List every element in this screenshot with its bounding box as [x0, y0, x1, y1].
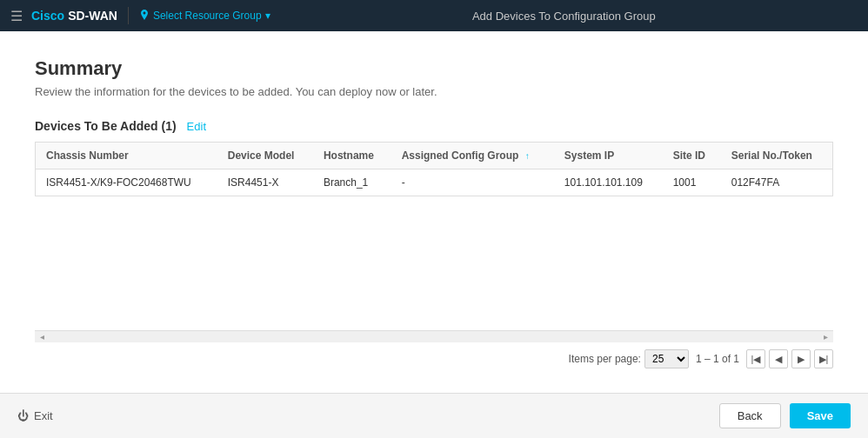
pagination-controls: |◀ ◀ ▶ ▶|: [746, 349, 833, 368]
top-nav: ☰ Cisco SD-WAN Select Resource Group ▾ A…: [0, 0, 868, 31]
section-title: Devices To Be Added (1): [35, 119, 177, 133]
save-button[interactable]: Save: [790, 403, 851, 428]
cell-serial_no_token: 012F47FA: [721, 169, 832, 196]
table-row: ISR4451-X/K9-FOC20468TWUISR4451-XBranch_…: [36, 169, 832, 196]
page-subtitle: Review the information for the devices t…: [35, 85, 833, 98]
next-page-button[interactable]: ▶: [791, 349, 811, 368]
brand-cisco: Cisco: [31, 9, 64, 23]
cell-chassis_number: ISR4451-X/K9-FOC20468TWU: [36, 169, 217, 196]
hamburger-icon[interactable]: ☰: [10, 8, 23, 24]
main-content: Summary Review the information for the d…: [0, 31, 868, 393]
back-button[interactable]: Back: [719, 403, 781, 428]
location-icon: [139, 10, 150, 22]
last-page-button[interactable]: ▶|: [814, 349, 833, 368]
cell-assigned_config_group: -: [391, 169, 554, 196]
brand-sdwan: SD-WAN: [68, 9, 117, 23]
section-header: Devices To Be Added (1) Edit: [35, 119, 833, 133]
devices-table: Chassis Number Device Model Hostname Ass…: [36, 143, 832, 196]
brand: Cisco SD-WAN: [31, 9, 117, 23]
page-title: Summary: [35, 57, 833, 80]
col-site-id: Site ID: [663, 143, 721, 169]
exit-label: Exit: [34, 409, 53, 422]
col-system-ip: System IP: [554, 143, 663, 169]
pagination-row: Items per page: 102550100 1 – 1 of 1 |◀ …: [35, 342, 833, 375]
cell-site_id: 1001: [663, 169, 721, 196]
col-assigned-config-group[interactable]: Assigned Config Group ↑: [391, 143, 554, 169]
col-serial-no-token: Serial No./Token: [721, 143, 832, 169]
items-per-page: Items per page: 102550100: [569, 349, 689, 368]
horizontal-scrollbar[interactable]: ◂ ▸: [35, 330, 833, 342]
table-wrapper: Chassis Number Device Model Hostname Ass…: [35, 142, 833, 375]
pagination-info: 1 – 1 of 1: [696, 353, 739, 365]
footer-actions: Back Save: [719, 403, 851, 428]
first-page-button[interactable]: |◀: [746, 349, 765, 368]
col-hostname: Hostname: [313, 143, 391, 169]
edit-link[interactable]: Edit: [187, 120, 206, 133]
scroll-left-arrow[interactable]: ◂: [38, 332, 46, 342]
sort-icon: ↑: [525, 151, 530, 161]
nav-divider: [128, 7, 129, 24]
nav-page-title: Add Devices To Configuration Group: [270, 10, 858, 23]
col-device-model: Device Model: [217, 143, 313, 169]
resource-group-selector[interactable]: Select Resource Group ▾: [139, 10, 270, 22]
col-chassis-number: Chassis Number: [36, 143, 217, 169]
items-per-page-select[interactable]: 102550100: [644, 349, 689, 368]
exit-icon: ⏻: [17, 409, 29, 422]
table-header: Chassis Number Device Model Hostname Ass…: [36, 143, 832, 169]
exit-button[interactable]: ⏻ Exit: [17, 409, 53, 422]
cell-system_ip: 101.101.101.109: [554, 169, 663, 196]
footer: ⏻ Exit Back Save: [0, 393, 868, 438]
scroll-right-arrow[interactable]: ▸: [822, 332, 830, 342]
items-per-page-label: Items per page:: [569, 353, 641, 365]
scroll-container: Chassis Number Device Model Hostname Ass…: [35, 142, 833, 196]
resource-group-label: Select Resource Group: [153, 10, 262, 22]
cell-hostname: Branch_1: [313, 169, 391, 196]
cell-device_model: ISR4451-X: [217, 169, 313, 196]
prev-page-button[interactable]: ◀: [769, 349, 788, 368]
table-body: ISR4451-X/K9-FOC20468TWUISR4451-XBranch_…: [36, 169, 832, 196]
